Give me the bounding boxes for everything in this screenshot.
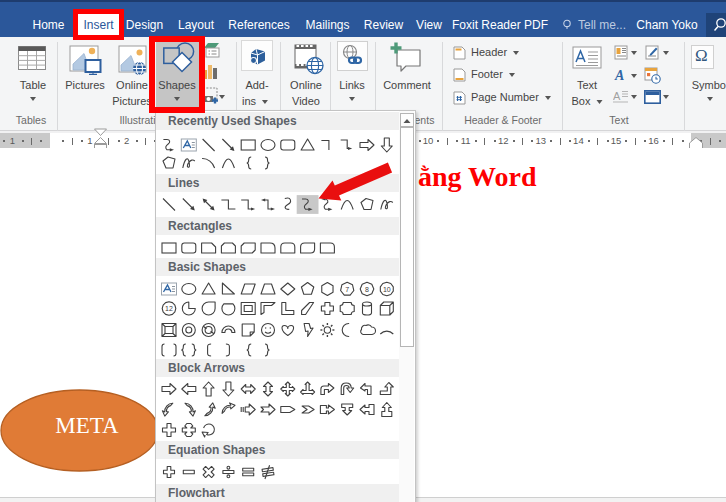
svg-text:A: A	[613, 90, 621, 102]
svg-text:META: META	[55, 413, 119, 438]
svg-text:A: A	[614, 68, 624, 83]
